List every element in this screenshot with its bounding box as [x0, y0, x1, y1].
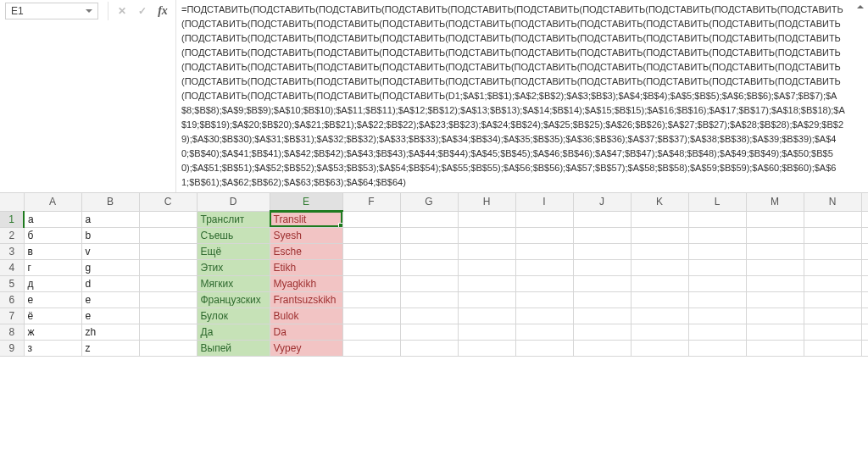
cell[interactable]: Vypey — [270, 340, 342, 356]
cell[interactable] — [515, 243, 573, 259]
cell[interactable] — [804, 243, 861, 259]
cell[interactable] — [342, 340, 400, 356]
cell[interactable]: Translit — [270, 211, 342, 227]
cell[interactable] — [688, 227, 746, 243]
cell[interactable] — [458, 275, 515, 291]
cell[interactable] — [458, 211, 515, 227]
cell[interactable] — [688, 243, 746, 259]
cell[interactable]: Etikh — [270, 259, 342, 275]
column-header[interactable]: C — [139, 193, 197, 211]
cell[interactable] — [400, 308, 458, 324]
cell[interactable] — [139, 259, 197, 275]
column-header[interactable]: N — [804, 193, 861, 211]
cell[interactable] — [458, 259, 515, 275]
cell[interactable] — [515, 291, 573, 308]
cell[interactable] — [458, 227, 515, 243]
cell[interactable] — [746, 259, 804, 275]
cell[interactable]: Французских — [197, 291, 270, 308]
cell[interactable] — [342, 275, 400, 291]
cell[interactable]: ж — [24, 324, 81, 340]
row-header[interactable]: 3 — [0, 243, 24, 259]
cell[interactable]: ё — [24, 308, 81, 324]
row-header[interactable]: 6 — [0, 291, 24, 308]
cancel-button[interactable]: ✕ — [113, 3, 131, 19]
cell[interactable]: Мягких — [197, 275, 270, 291]
cell[interactable] — [515, 308, 573, 324]
cell[interactable] — [861, 291, 868, 308]
cell[interactable] — [573, 259, 631, 275]
cell[interactable] — [688, 291, 746, 308]
cell[interactable] — [804, 211, 861, 227]
cell[interactable] — [139, 308, 197, 324]
cell[interactable]: Да — [197, 324, 270, 340]
cell[interactable]: Булок — [197, 308, 270, 324]
cell[interactable] — [400, 275, 458, 291]
cell[interactable] — [631, 275, 688, 291]
insert-function-button[interactable]: fx — [153, 3, 172, 19]
cell[interactable]: Выпей — [197, 340, 270, 356]
row-header[interactable]: 2 — [0, 227, 24, 243]
cell[interactable] — [746, 340, 804, 356]
cell[interactable]: а — [24, 211, 81, 227]
cell[interactable] — [861, 243, 868, 259]
cell[interactable] — [746, 308, 804, 324]
cell[interactable]: д — [24, 275, 81, 291]
name-box[interactable]: E1 — [5, 3, 98, 19]
cell[interactable] — [746, 324, 804, 340]
cell[interactable]: Этих — [197, 259, 270, 275]
cell[interactable]: в — [24, 243, 81, 259]
column-header[interactable]: L — [688, 193, 746, 211]
cell[interactable] — [342, 324, 400, 340]
cell[interactable] — [688, 259, 746, 275]
cell[interactable] — [746, 275, 804, 291]
cell[interactable] — [515, 340, 573, 356]
cell[interactable]: d — [81, 275, 139, 291]
column-header[interactable]: G — [400, 193, 458, 211]
cell[interactable]: Myagkikh — [270, 275, 342, 291]
cell[interactable]: Съешь — [197, 227, 270, 243]
row-header[interactable]: 9 — [0, 340, 24, 356]
cell[interactable] — [631, 324, 688, 340]
cell[interactable]: Ещё — [197, 243, 270, 259]
cell[interactable] — [573, 243, 631, 259]
cell[interactable]: b — [81, 227, 139, 243]
column-header[interactable]: F — [342, 193, 400, 211]
cell[interactable] — [804, 275, 861, 291]
cell[interactable]: zh — [81, 324, 139, 340]
cell[interactable] — [631, 211, 688, 227]
cell[interactable] — [688, 340, 746, 356]
cell[interactable] — [342, 243, 400, 259]
cell[interactable] — [746, 291, 804, 308]
formula-bar-expand-button[interactable] — [853, 0, 868, 8]
cell[interactable] — [804, 259, 861, 275]
cell[interactable] — [515, 275, 573, 291]
cell[interactable] — [804, 340, 861, 356]
cell[interactable] — [139, 211, 197, 227]
cell[interactable] — [400, 324, 458, 340]
cell[interactable] — [139, 243, 197, 259]
cell[interactable] — [631, 243, 688, 259]
cell[interactable]: Bulok — [270, 308, 342, 324]
column-header[interactable]: I — [515, 193, 573, 211]
cell[interactable] — [515, 211, 573, 227]
column-header[interactable]: B — [81, 193, 139, 211]
column-header[interactable]: D — [197, 193, 270, 211]
column-header[interactable]: H — [458, 193, 515, 211]
cell[interactable]: v — [81, 243, 139, 259]
select-all-corner[interactable] — [0, 193, 24, 211]
row-header[interactable]: 7 — [0, 308, 24, 324]
column-header[interactable]: E — [270, 193, 342, 211]
cell[interactable] — [861, 275, 868, 291]
cell[interactable] — [573, 275, 631, 291]
cell[interactable] — [515, 227, 573, 243]
cell[interactable] — [139, 291, 197, 308]
cell[interactable] — [400, 259, 458, 275]
spreadsheet-grid[interactable]: A B C D E F G H I J K L M N O 1аaТрансли… — [0, 193, 868, 357]
cell[interactable]: Esche — [270, 243, 342, 259]
cell[interactable] — [573, 291, 631, 308]
cell[interactable] — [515, 324, 573, 340]
cell[interactable] — [688, 275, 746, 291]
cell[interactable] — [139, 275, 197, 291]
cell[interactable] — [861, 227, 868, 243]
cell[interactable] — [688, 324, 746, 340]
